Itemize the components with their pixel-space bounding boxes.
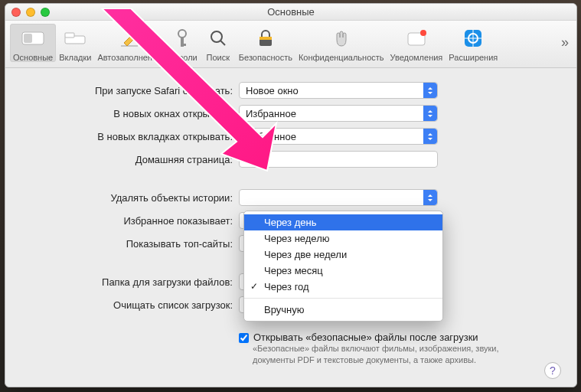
dropdown-value: Избранное xyxy=(246,131,296,142)
hand-icon xyxy=(327,25,356,51)
toolbar-item-privacy[interactable]: Конфиденциальность xyxy=(295,24,387,62)
menu-item-label: Через неделю xyxy=(264,233,329,244)
menu-item[interactable]: Через неделю xyxy=(244,230,442,247)
svg-rect-3 xyxy=(65,33,74,38)
notification-icon xyxy=(402,25,431,51)
window-controls xyxy=(11,8,50,17)
preferences-window: Основные Основные Вкладки Автозаполнение… xyxy=(5,3,577,387)
menu-item[interactable]: ✓Через год xyxy=(244,279,442,295)
dropdown-value: Новое окно xyxy=(246,85,299,96)
menu-item[interactable]: Через две недели xyxy=(244,247,442,263)
toolbar-item-general[interactable]: Основные xyxy=(10,24,56,62)
toolbar-item-label: Вкладки xyxy=(59,53,91,62)
label-dlclear: Очищать список загрузок: xyxy=(28,299,239,311)
dropdown-newwin[interactable]: Избранное xyxy=(239,105,438,122)
toolbar-item-label: Автозаполнение xyxy=(97,53,162,62)
toolbar-item-tabs[interactable]: Вкладки xyxy=(56,24,94,62)
svg-point-9 xyxy=(211,31,222,42)
toolbar-item-label: Поиск xyxy=(207,53,230,62)
preferences-toolbar: Основные Вкладки Автозаполнение Пароли П… xyxy=(5,21,576,68)
chevrons-icon xyxy=(423,190,437,205)
search-icon xyxy=(204,25,233,51)
toolbar-item-label: Уведомления xyxy=(390,53,443,62)
minimize-window-button[interactable] xyxy=(26,8,35,17)
extensions-icon xyxy=(459,25,488,51)
general-pane: При запуске Safari открывать: Новое окно… xyxy=(5,68,576,387)
pencil-icon xyxy=(115,25,144,51)
checkbox-safe-downloads[interactable] xyxy=(239,333,249,343)
chevrons-icon xyxy=(423,129,437,144)
svg-rect-8 xyxy=(181,44,186,46)
toolbar-overflow-button[interactable]: » xyxy=(561,34,569,51)
menu-item-label: Через день xyxy=(264,217,316,228)
input-homepage[interactable] xyxy=(239,151,438,168)
label-favshow: Избранное показывает: xyxy=(28,215,239,227)
menu-item[interactable]: Через день xyxy=(244,214,442,230)
toolbar-item-passwords[interactable]: Пароли xyxy=(165,24,201,62)
svg-line-10 xyxy=(220,41,225,45)
switch-icon xyxy=(18,25,47,51)
dropdown-onlaunch[interactable]: Новое окно xyxy=(239,82,438,99)
toolbar-item-security[interactable]: Безопасность xyxy=(236,24,295,62)
svg-point-6 xyxy=(178,30,186,38)
toolbar-item-label: Основные xyxy=(13,53,53,62)
chevrons-icon xyxy=(423,83,437,98)
svg-rect-12 xyxy=(259,37,272,40)
menu-item-label: Через месяц xyxy=(264,265,323,276)
checkmark-icon: ✓ xyxy=(250,281,258,292)
safe-downloads-note: «Безопасные» файлы включают фильмы, изоб… xyxy=(253,343,513,366)
close-window-button[interactable] xyxy=(11,8,21,17)
toolbar-item-autofill[interactable]: Автозаполнение xyxy=(94,24,165,62)
label-newwin: В новых окнах открывать: xyxy=(28,108,239,119)
label-homepage: Домашняя страница: xyxy=(28,154,239,165)
menu-item-label: Через две недели xyxy=(264,249,347,260)
zoom-window-button[interactable] xyxy=(41,8,50,17)
history-dropdown-menu: Через день Через неделю Через две недели… xyxy=(243,211,443,322)
toolbar-item-extensions[interactable]: Расширения xyxy=(446,24,501,62)
toolbar-item-label: Пароли xyxy=(168,53,197,62)
titlebar[interactable]: Основные xyxy=(5,4,576,21)
toolbar-item-search[interactable]: Поиск xyxy=(201,24,236,62)
tabs-icon xyxy=(60,25,90,51)
dropdown-newtab[interactable]: Избранное xyxy=(239,128,438,145)
toolbar-item-label: Безопасность xyxy=(239,53,292,62)
label-topsites: Показывать топ-сайты: xyxy=(28,238,239,250)
label-newtab: В новых вкладках открывать: xyxy=(28,131,239,142)
menu-item[interactable]: Вручную xyxy=(244,298,442,318)
label-onlaunch: При запуске Safari открывать: xyxy=(28,85,239,96)
label-dlfolder: Папка для загрузки файлов: xyxy=(28,276,239,288)
checkbox-label: Открывать «безопасные» файлы после загру… xyxy=(253,332,478,343)
help-button[interactable]: ? xyxy=(544,362,561,379)
chevrons-icon xyxy=(423,106,437,121)
window-title: Основные xyxy=(267,6,315,18)
svg-marker-5 xyxy=(124,32,138,46)
dropdown-value: Избранное xyxy=(246,108,296,119)
label-history: Удалять объекты истории: xyxy=(28,192,239,204)
toolbar-item-label: Конфиденциальность xyxy=(299,53,384,62)
menu-item-label: Через год xyxy=(264,281,309,292)
toolbar-item-label: Расширения xyxy=(449,53,498,62)
toolbar-item-notifications[interactable]: Уведомления xyxy=(387,24,446,62)
svg-rect-1 xyxy=(24,34,32,43)
lock-icon xyxy=(251,25,280,51)
menu-item[interactable]: Через месяц xyxy=(244,263,442,279)
svg-point-14 xyxy=(420,30,426,36)
key-icon xyxy=(168,25,197,51)
dropdown-history[interactable] xyxy=(239,189,438,206)
menu-item-label: Вручную xyxy=(264,304,304,315)
